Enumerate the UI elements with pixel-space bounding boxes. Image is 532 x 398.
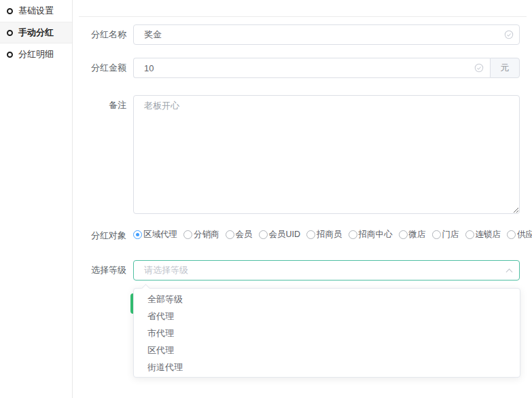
dropdown-option[interactable]: 省代理 [134,308,520,325]
radio-option[interactable]: 区域代理 [133,229,177,240]
radio-option[interactable]: 招商员 [306,229,342,240]
radio-option-label: 会员UID [269,229,301,240]
radio-option[interactable]: 招商中心 [349,229,393,240]
radio-option[interactable]: 供应商 [507,229,532,240]
sidebar-item-label: 分红明细 [18,48,54,60]
level-dropdown: 全部等级省代理市代理区代理街道代理 [133,288,520,378]
radio-icon [465,230,474,239]
level-select-label: 选择等级 [73,260,126,281]
radio-option-label: 连锁店 [476,229,501,240]
radio-option-label: 会员 [236,229,253,240]
radio-option-label: 供应商 [517,229,532,240]
radio-icon [507,230,516,239]
radio-icon [306,230,315,239]
dropdown-option[interactable]: 街道代理 [134,359,520,376]
radio-icon [183,230,192,239]
dividend-amount-label: 分红金额 [73,58,126,78]
radio-option-label: 门店 [442,229,459,240]
dropdown-option[interactable]: 区代理 [134,342,520,359]
dropdown-option[interactable]: 市代理 [134,325,520,342]
level-select-placeholder: 请选择等级 [144,261,188,280]
remark-textarea[interactable]: 老板开心 [133,95,520,214]
remark-label: 备注 [73,95,126,115]
dividend-name-input-wrap [133,24,520,45]
dividend-target-label: 分红对象 [73,230,126,242]
circle-check-icon [474,63,484,73]
sidebar-item[interactable]: 手动分红 [0,22,72,43]
radio-option[interactable]: 会员UID [259,229,301,240]
dropdown-option[interactable]: 全部等级 [134,291,520,308]
radio-option-label: 微店 [409,229,426,240]
circle-bullet-icon [7,8,13,14]
circle-bullet-icon [7,30,13,36]
unit-suffix: 元 [490,58,520,78]
radio-option-label: 招商中心 [359,229,393,240]
dividend-amount-input[interactable] [133,58,490,78]
sidebar-item[interactable]: 分红明细 [0,43,72,65]
level-select[interactable]: 请选择等级 [133,260,520,281]
sidebar: 基础设置 手动分红 分红明细 [0,0,73,398]
radio-option-label: 区域代理 [143,229,177,240]
radio-option-label: 分销商 [194,229,219,240]
radio-icon [399,230,408,239]
top-divider [79,16,527,17]
radio-option[interactable]: 会员 [226,229,253,240]
radio-icon [226,230,234,239]
radio-option-label: 招商员 [317,229,342,240]
sidebar-item-label: 基础设置 [18,5,54,17]
radio-option[interactable]: 分销商 [183,229,219,240]
sidebar-item[interactable]: 基础设置 [0,0,72,22]
chevron-up-icon [506,269,513,276]
main-content: 分红名称 分红金额 元 备注 老板开心 分红对象 [73,0,532,398]
radio-icon [349,230,357,239]
radio-icon [432,230,441,239]
dividend-amount-group: 元 [133,58,520,78]
dividend-name-label: 分红名称 [73,24,126,45]
sidebar-item-label: 手动分红 [18,26,54,39]
radio-option[interactable]: 连锁店 [465,229,501,240]
circle-check-icon [504,30,514,39]
radio-option[interactable]: 门店 [432,229,459,240]
manual-dividend-page: 基础设置 手动分红 分红明细 分红名称 分红金额 [0,0,532,398]
dividend-target-radio-group: 区域代理 分销商 会员 会员UID 招商员 招商中心 [133,229,532,240]
circle-bullet-icon [7,52,13,58]
radio-option[interactable]: 微店 [399,229,426,240]
radio-icon [133,230,142,239]
dividend-name-input[interactable] [133,24,520,45]
radio-icon [259,230,268,239]
